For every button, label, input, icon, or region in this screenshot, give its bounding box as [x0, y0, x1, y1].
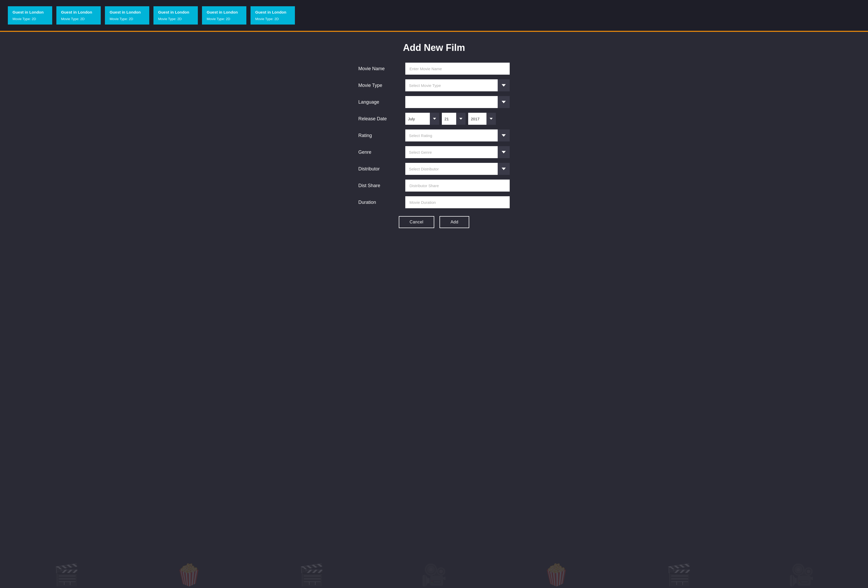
genre-select[interactable]: Select Genre Action Comedy Drama Horror … — [405, 146, 497, 158]
language-select[interactable] — [405, 96, 497, 108]
month-arrow — [430, 113, 439, 125]
buttons-row: Cancel Add — [358, 216, 510, 228]
movie-card-type: Movie Type: 2D — [207, 17, 242, 21]
movie-card[interactable]: Guest in London Movie Type: 2D — [56, 6, 101, 25]
dist-share-label: Dist Share — [358, 183, 405, 188]
day-select-wrapper: 21 — [442, 113, 466, 125]
rating-row: Rating Select Rating G PG PG-13 R NC-17 — [358, 130, 510, 142]
movie-card[interactable]: Guest in London Movie Type: 2D — [202, 6, 247, 25]
movie-card-type: Movie Type: 2D — [255, 17, 290, 21]
language-label: Language — [358, 99, 405, 105]
page-wrapper: Guest in London Movie Type: 2D Guest in … — [0, 0, 868, 588]
top-bar: Guest in London Movie Type: 2D Guest in … — [0, 0, 868, 31]
release-date-label: Release Date — [358, 116, 405, 122]
dist-share-row: Dist Share — [358, 180, 510, 192]
year-select-wrapper: 2017 2018 2019 2020 — [468, 113, 496, 125]
movie-name-row: Movie Name — [358, 63, 510, 75]
movie-card-title: Guest in London — [255, 10, 290, 14]
movie-card-title: Guest in London — [207, 10, 242, 14]
movie-card[interactable]: Guest in London Movie Type: 2D — [8, 6, 52, 25]
distributor-select-wrapper: Select Distributor — [405, 163, 510, 175]
day-arrow — [456, 113, 466, 125]
distributor-dropdown-arrow[interactable] — [497, 163, 510, 175]
release-date-control: January February March April May June Ju… — [405, 113, 510, 125]
movie-card-type: Movie Type: 2D — [13, 17, 47, 21]
movie-type-row: Movie Type Select Movie Type 2D 3D IMAX — [358, 79, 510, 92]
movie-card[interactable]: Guest in London Movie Type: 2D — [105, 6, 149, 25]
movie-type-select-wrapper: Select Movie Type 2D 3D IMAX — [405, 79, 510, 92]
movie-type-select[interactable]: Select Movie Type 2D 3D IMAX — [405, 79, 497, 92]
movie-name-input[interactable] — [405, 63, 510, 75]
movie-card-title: Guest in London — [158, 10, 193, 14]
add-button[interactable]: Add — [440, 216, 469, 228]
movie-card-title: Guest in London — [61, 10, 96, 14]
duration-label: Duration — [358, 199, 405, 205]
genre-row: Genre Select Genre Action Comedy Drama H… — [358, 146, 510, 158]
duration-control — [405, 196, 510, 208]
movie-card-type: Movie Type: 2D — [109, 17, 145, 21]
movie-card[interactable]: Guest in London Movie Type: 2D — [251, 6, 295, 25]
language-control — [405, 96, 510, 108]
duration-row: Duration — [358, 196, 510, 208]
date-selects: January February March April May June Ju… — [405, 113, 510, 125]
movie-type-control: Select Movie Type 2D 3D IMAX — [405, 79, 510, 92]
release-date-row: Release Date January February March Apri… — [358, 113, 510, 125]
month-select[interactable]: January February March April May June Ju… — [405, 113, 430, 125]
genre-control: Select Genre Action Comedy Drama Horror … — [405, 146, 510, 158]
movie-card-title: Guest in London — [13, 10, 47, 14]
day-select[interactable]: 21 — [442, 113, 456, 125]
movie-name-label: Movie Name — [358, 66, 405, 71]
language-select-wrapper — [405, 96, 510, 108]
rating-select[interactable]: Select Rating G PG PG-13 R NC-17 — [405, 130, 497, 142]
main-content: Add New Film Movie Name Movie Type Selec… — [0, 32, 868, 588]
distributor-row: Distributor Select Distributor — [358, 163, 510, 175]
genre-dropdown-arrow[interactable] — [497, 146, 510, 158]
year-select[interactable]: 2017 2018 2019 2020 — [468, 113, 486, 125]
distributor-select[interactable]: Select Distributor — [405, 163, 497, 175]
rating-dropdown-arrow[interactable] — [497, 130, 510, 142]
distributor-control: Select Distributor — [405, 163, 510, 175]
form-container: Add New Film Movie Name Movie Type Selec… — [358, 42, 510, 228]
movie-type-dropdown-arrow[interactable] — [497, 79, 510, 92]
rating-select-wrapper: Select Rating G PG PG-13 R NC-17 — [405, 130, 510, 142]
movie-type-label: Movie Type — [358, 83, 405, 88]
genre-select-wrapper: Select Genre Action Comedy Drama Horror … — [405, 146, 510, 158]
movie-card-title: Guest in London — [109, 10, 145, 14]
movie-card-type: Movie Type: 2D — [61, 17, 96, 21]
dist-share-control — [405, 180, 510, 192]
month-select-wrapper: January February March April May June Ju… — [405, 113, 439, 125]
movie-card-type: Movie Type: 2D — [158, 17, 193, 21]
movie-card[interactable]: Guest in London Movie Type: 2D — [154, 6, 198, 25]
year-arrow — [486, 113, 496, 125]
duration-input[interactable] — [405, 196, 510, 208]
page-title: Add New Film — [358, 42, 510, 53]
rating-label: Rating — [358, 133, 405, 138]
language-row: Language — [358, 96, 510, 108]
distributor-label: Distributor — [358, 166, 405, 172]
genre-label: Genre — [358, 149, 405, 155]
language-dropdown-arrow[interactable] — [497, 96, 510, 108]
movie-name-control — [405, 63, 510, 75]
cancel-button[interactable]: Cancel — [399, 216, 434, 228]
rating-control: Select Rating G PG PG-13 R NC-17 — [405, 130, 510, 142]
dist-share-input[interactable] — [405, 180, 510, 192]
